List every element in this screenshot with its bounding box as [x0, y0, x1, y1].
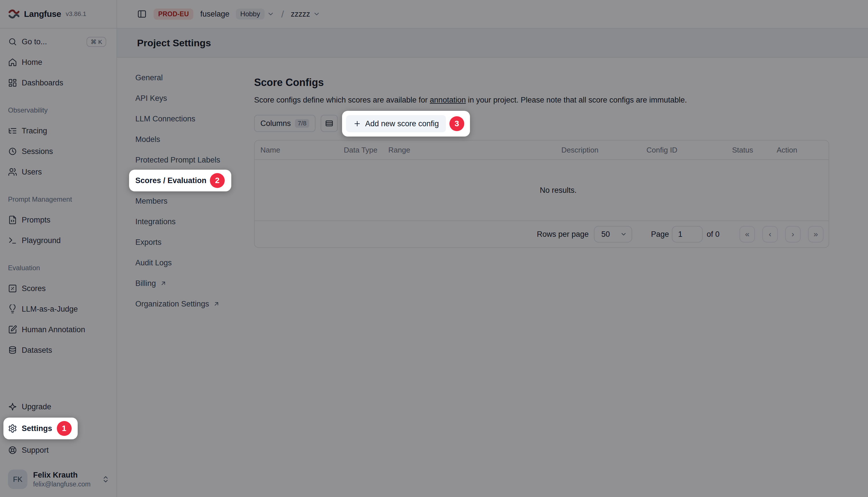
breadcrumb-org[interactable]: fuselage	[200, 10, 229, 18]
sidebar-item-support[interactable]: Support	[8, 440, 110, 460]
sidebar-item-label: Home	[22, 58, 42, 67]
settings-nav-organization-settings[interactable]: Organization Settings	[135, 297, 254, 311]
tutorial-step-badge-1: 1	[57, 421, 72, 436]
search-icon	[8, 37, 17, 46]
col-header-data-type: Data Type	[344, 146, 388, 155]
columns-count-badge: 7/8	[295, 119, 309, 128]
langfuse-app: Langfuse v3.86.1 Go to... ⌘ K Home	[0, 0, 868, 497]
life-buoy-icon	[8, 445, 17, 455]
settings-nav-members[interactable]: Members	[135, 194, 254, 209]
settings-nav: General API Keys LLM Connections Models …	[117, 58, 254, 497]
sidebar-item-label: Tracing	[22, 127, 47, 136]
score-configs-table: Name Data Type Range Description Config …	[254, 140, 829, 248]
last-page-button[interactable]: »	[808, 226, 823, 242]
settings-nav-protected-prompt-labels[interactable]: Protected Prompt Labels	[135, 153, 254, 167]
col-header-config-id: Config ID	[647, 146, 732, 155]
user-menu[interactable]: FK Felix Krauth felix@langfuse.com	[8, 470, 110, 489]
row-height-button[interactable]	[321, 115, 338, 132]
breadcrumb-separator: /	[281, 9, 284, 20]
sidebar-nav: Go to... ⌘ K Home Dashboards Observabili…	[0, 29, 116, 360]
goto-label: Go to...	[22, 38, 47, 46]
sidebar-footer: Upgrade Settings 1 Support FK	[0, 396, 116, 497]
user-email: felix@langfuse.com	[33, 480, 90, 488]
panel-left-icon[interactable]	[137, 9, 147, 19]
sidebar-item-tracing[interactable]: Tracing	[8, 120, 106, 141]
sidebar-item-llm-as-a-judge[interactable]: LLM-as-a-Judge	[8, 299, 106, 320]
tutorial-step-badge-2: 2	[210, 173, 225, 188]
sidebar: Langfuse v3.86.1 Go to... ⌘ K Home	[0, 0, 117, 497]
first-page-button[interactable]: «	[739, 226, 755, 242]
settings-nav-scores-evaluation[interactable]: Scores / Evaluation 2	[135, 173, 254, 188]
col-header-range: Range	[388, 146, 561, 155]
settings-nav-integrations[interactable]: Integrations	[135, 214, 254, 229]
sidebar-item-upgrade[interactable]: Upgrade	[8, 396, 110, 417]
sidebar-item-dashboards[interactable]: Dashboards	[8, 73, 106, 93]
sidebar-item-label: Scores	[22, 284, 46, 293]
table-footer: Rows per page 50 Page of 0	[255, 221, 829, 247]
sidebar-item-settings[interactable]: Settings 1	[3, 417, 78, 439]
chevron-right-icon: ›	[792, 230, 794, 239]
annotation-link[interactable]: annotation	[430, 96, 466, 104]
percent-square-icon	[8, 284, 17, 293]
section-header-evaluation: Evaluation	[8, 258, 106, 278]
section-header-observability: Observability	[8, 100, 106, 120]
avatar: FK	[8, 470, 27, 489]
users-icon	[8, 167, 17, 176]
section-heading: Score Configs	[254, 75, 829, 90]
sidebar-item-sessions[interactable]: Sessions	[8, 141, 106, 162]
sidebar-item-users[interactable]: Users	[8, 162, 106, 182]
settings-nav-general[interactable]: General	[135, 70, 254, 85]
settings-nav-llm-connections[interactable]: LLM Connections	[135, 111, 254, 126]
plan-badge: Hobby	[236, 9, 265, 19]
chevrons-up-down-icon	[102, 475, 110, 483]
clipboard-pen-icon	[8, 325, 17, 334]
topbar: PROD-EU fuselage Hobby / zzzzz	[117, 0, 868, 29]
settings-nav-billing[interactable]: Billing	[135, 276, 254, 291]
next-page-button[interactable]: ›	[785, 226, 801, 242]
goto-search[interactable]: Go to... ⌘ K	[8, 31, 106, 52]
previous-page-button[interactable]: ‹	[762, 226, 778, 242]
lightbulb-icon	[8, 304, 17, 314]
sidebar-item-human-annotation[interactable]: Human Annotation	[8, 320, 106, 340]
page-label: Page	[651, 230, 669, 239]
dashboards-icon	[8, 78, 17, 87]
sidebar-item-label: Prompts	[22, 216, 50, 225]
table-header-row: Name Data Type Range Description Config …	[255, 141, 829, 160]
columns-button[interactable]: Columns 7/8	[254, 115, 316, 132]
sparkles-icon	[8, 402, 17, 411]
project-switcher[interactable]: zzzzz	[291, 10, 320, 18]
sidebar-item-datasets[interactable]: Datasets	[8, 340, 106, 360]
sidebar-header: Langfuse v3.86.1	[0, 0, 116, 29]
rows-per-page-label: Rows per page	[537, 230, 589, 239]
terminal-icon	[8, 236, 17, 245]
page-number-input[interactable]	[672, 226, 703, 242]
section-header-prompt-management: Prompt Management	[8, 189, 106, 210]
app-version: v3.86.1	[66, 10, 86, 18]
home-icon	[8, 58, 17, 67]
sidebar-item-label: Human Annotation	[22, 325, 85, 334]
add-score-config-button[interactable]: Add new score config	[346, 115, 446, 132]
rows-per-page-select[interactable]: 50	[594, 226, 632, 242]
sidebar-item-scores[interactable]: Scores	[8, 278, 106, 299]
rows-icon	[325, 119, 333, 128]
settings-nav-exports[interactable]: Exports	[135, 235, 254, 250]
sidebar-item-home[interactable]: Home	[8, 52, 106, 73]
content: General API Keys LLM Connections Models …	[117, 58, 868, 497]
col-header-action: Action	[777, 146, 829, 155]
sidebar-item-prompts[interactable]: Prompts	[8, 210, 106, 230]
goto-shortcut: ⌘ K	[87, 37, 106, 47]
sidebar-item-label: Playground	[22, 236, 61, 245]
settings-nav-api-keys[interactable]: API Keys	[135, 91, 254, 106]
sidebar-item-label: Settings	[22, 424, 52, 433]
settings-nav-audit-logs[interactable]: Audit Logs	[135, 255, 254, 270]
list-tree-icon	[8, 126, 17, 136]
settings-nav-models[interactable]: Models	[135, 132, 254, 147]
org-plan-switcher[interactable]: Hobby	[236, 9, 274, 19]
sidebar-item-playground[interactable]: Playground	[8, 230, 106, 251]
chevron-down-icon	[620, 231, 627, 238]
arrow-up-right-icon	[160, 280, 167, 287]
sidebar-item-label: Sessions	[22, 147, 53, 156]
sidebar-item-label: Dashboards	[22, 79, 63, 87]
chevrons-right-icon: »	[813, 230, 818, 239]
col-header-status: Status	[732, 146, 777, 155]
